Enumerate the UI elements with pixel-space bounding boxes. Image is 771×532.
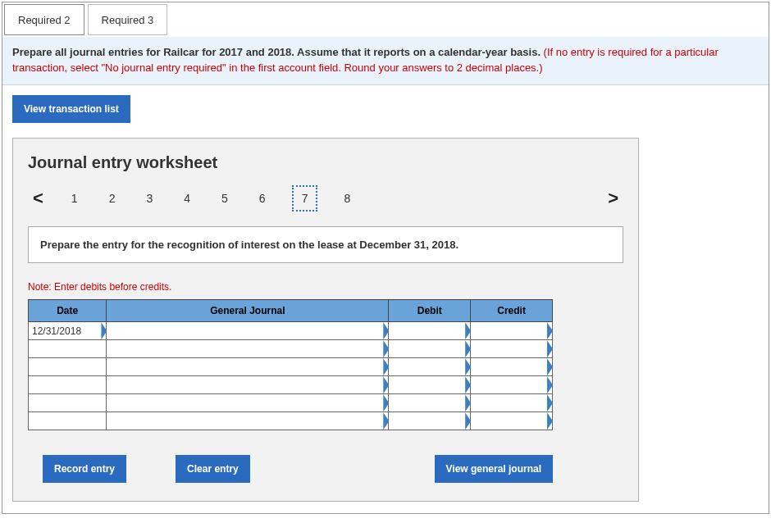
- table-row: [29, 412, 553, 430]
- cell-date[interactable]: [29, 376, 107, 394]
- instructions-main: Prepare all journal entries for Railcar …: [12, 46, 544, 58]
- cell-general-journal[interactable]: [107, 376, 389, 394]
- cell-debit[interactable]: [389, 412, 471, 430]
- note-debits-before-credits: Note: Enter debits before credits.: [28, 281, 623, 293]
- view-transaction-list-button[interactable]: View transaction list: [12, 95, 130, 123]
- table-row: [29, 376, 553, 394]
- cell-credit[interactable]: [471, 412, 553, 430]
- journal-worksheet: Journal entry worksheet < 12345678 > Pre…: [12, 138, 639, 502]
- cell-credit[interactable]: [471, 358, 553, 376]
- cell-debit[interactable]: [389, 322, 471, 340]
- pager-page-3[interactable]: 3: [141, 189, 157, 208]
- tabs-row: Required 2 Required 3: [2, 2, 769, 37]
- cell-debit[interactable]: [389, 376, 471, 394]
- cell-credit[interactable]: [471, 394, 553, 412]
- dropdown-indicator-icon: [547, 340, 553, 357]
- col-header-general-journal: General Journal: [107, 300, 389, 322]
- pager-page-4[interactable]: 4: [179, 189, 195, 208]
- cell-debit[interactable]: [389, 358, 471, 376]
- table-row: [29, 340, 553, 358]
- instructions-banner: Prepare all journal entries for Railcar …: [2, 37, 769, 85]
- cell-general-journal[interactable]: [107, 340, 389, 358]
- table-row: [29, 394, 553, 412]
- cell-general-journal[interactable]: [107, 394, 389, 412]
- pager-page-7[interactable]: 7: [292, 185, 318, 211]
- col-header-credit: Credit: [471, 300, 553, 322]
- pager-next-icon[interactable]: >: [603, 188, 623, 209]
- table-row: [29, 358, 553, 376]
- pager: < 12345678 >: [28, 185, 623, 211]
- pager-page-5[interactable]: 5: [217, 189, 233, 208]
- pager-page-1[interactable]: 1: [66, 189, 83, 208]
- entry-prompt: Prepare the entry for the recognition of…: [28, 226, 623, 264]
- cell-credit[interactable]: [471, 376, 553, 394]
- cell-date[interactable]: [29, 358, 107, 376]
- clear-entry-button[interactable]: Clear entry: [176, 455, 250, 483]
- table-row: 12/31/2018: [29, 322, 553, 340]
- cell-general-journal[interactable]: [107, 322, 389, 340]
- dropdown-indicator-icon: [547, 358, 553, 375]
- cell-general-journal[interactable]: [107, 358, 389, 376]
- pager-prev-icon[interactable]: <: [28, 188, 48, 209]
- journal-table: Date General Journal Debit Credit 12/31/…: [28, 299, 553, 430]
- dropdown-indicator-icon: [547, 322, 553, 339]
- col-header-debit: Debit: [389, 300, 471, 322]
- cell-date[interactable]: [29, 394, 107, 412]
- cell-date[interactable]: [29, 340, 107, 358]
- pager-items: 12345678: [66, 185, 603, 211]
- col-header-date: Date: [29, 300, 107, 322]
- cell-date[interactable]: [29, 412, 107, 430]
- pager-page-8[interactable]: 8: [339, 189, 355, 208]
- cell-debit[interactable]: [389, 340, 471, 358]
- cell-credit[interactable]: [471, 340, 553, 358]
- cell-debit[interactable]: [389, 394, 471, 412]
- app-container: Required 2 Required 3 Prepare all journa…: [2, 2, 769, 514]
- tab-required-3[interactable]: Required 3: [88, 4, 168, 35]
- record-entry-button[interactable]: Record entry: [43, 455, 126, 483]
- cell-general-journal[interactable]: [107, 412, 389, 430]
- cell-credit[interactable]: [471, 322, 553, 340]
- pager-page-2[interactable]: 2: [104, 189, 121, 208]
- dropdown-indicator-icon: [547, 412, 553, 430]
- tab-required-2[interactable]: Required 2: [4, 4, 84, 35]
- worksheet-title: Journal entry worksheet: [28, 153, 623, 172]
- dropdown-indicator-icon: [547, 376, 553, 393]
- pager-page-6[interactable]: 6: [254, 189, 271, 208]
- cell-date[interactable]: 12/31/2018: [29, 322, 107, 340]
- dropdown-indicator-icon: [547, 394, 553, 412]
- view-general-journal-button[interactable]: View general journal: [435, 455, 553, 483]
- worksheet-button-row: Record entry Clear entry View general jo…: [28, 455, 553, 483]
